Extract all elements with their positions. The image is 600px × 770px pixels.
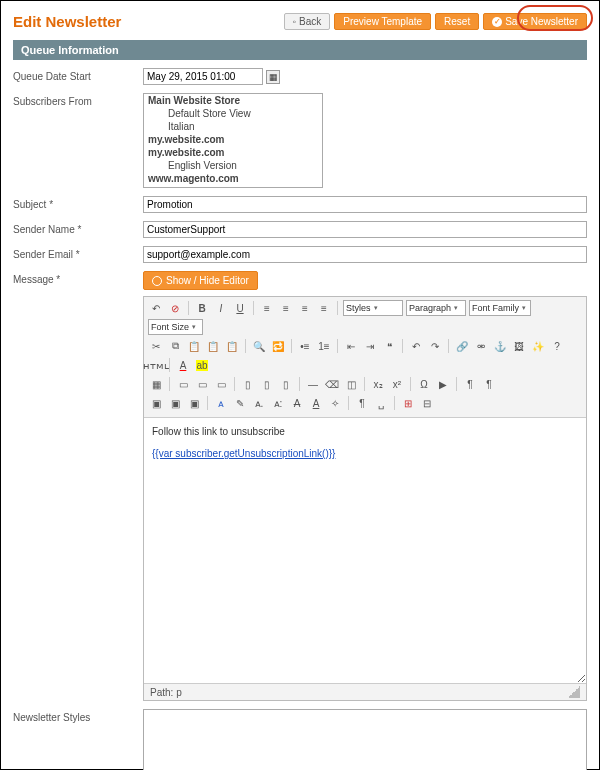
tool-redo-icon[interactable]: ⊘ [167,300,183,316]
store-option[interactable]: www.magento.com [144,172,322,185]
reset-button[interactable]: Reset [435,13,479,30]
save-newsletter-label: Save Newsletter [505,16,578,27]
tool-del-icon[interactable]: A [289,395,305,411]
tool-indent-icon[interactable]: ⇥ [362,338,378,354]
tool-visualaid-icon[interactable]: ◫ [343,376,359,392]
store-option[interactable]: Main Website Store [144,94,322,107]
tool-code-icon[interactable]: ʜᴛᴍʟ [148,357,164,373]
tool-unlink-icon[interactable]: ⚮ [473,338,489,354]
tool-backcolor-icon[interactable]: ab [194,357,210,373]
tool-row-before-icon[interactable]: ▭ [175,376,191,392]
tool-col-after-icon[interactable]: ▯ [259,376,275,392]
fontfamily-select[interactable]: Font Family [469,300,531,316]
tool-sub-icon[interactable]: x₂ [370,376,386,392]
tool-media-icon[interactable]: ▶ [435,376,451,392]
tool-pagebreak-icon[interactable]: ⊟ [419,395,435,411]
tool-acronym-icon[interactable]: ᴀ: [270,395,286,411]
tool-layer3-icon[interactable]: ▣ [186,395,202,411]
tool-forecolor-icon[interactable]: A [175,357,191,373]
page-title: Edit Newsletter [13,13,121,30]
tool-paste-word-icon[interactable]: 📋 [224,338,240,354]
paragraph-select[interactable]: Paragraph [406,300,466,316]
page-root: Edit Newsletter ◦ Back Preview Template … [0,0,600,770]
tool-numbers-icon[interactable]: 1≡ [316,338,332,354]
tool-del-col-icon[interactable]: ▯ [278,376,294,392]
tool-style1-icon[interactable]: ᴀ [213,395,229,411]
show-hide-editor-label: Show / Hide Editor [166,275,249,286]
tool-del-row-icon[interactable]: ▭ [213,376,229,392]
tool-hr-icon[interactable]: — [305,376,321,392]
newsletter-styles-input[interactable] [143,709,587,770]
tool-paste-text-icon[interactable]: 📋 [205,338,221,354]
tool-rtl-icon[interactable]: ¶ [481,376,497,392]
save-newsletter-button[interactable]: ✓ Save Newsletter [483,13,587,30]
styles-select[interactable]: Styles [343,300,403,316]
tool-ltr-icon[interactable]: ¶ [462,376,478,392]
tool-align-justify-icon[interactable]: ≡ [316,300,332,316]
toolbar-buttons: ◦ Back Preview Template Reset ✓ Save New… [284,13,587,30]
store-option[interactable]: my.website.com [144,133,322,146]
tool-visualchars-icon[interactable]: ¶ [354,395,370,411]
calendar-icon[interactable]: ▦ [266,70,280,84]
tool-table-icon[interactable]: ▦ [148,376,164,392]
sender-name-input[interactable] [143,221,587,238]
editor-path-text: Path: p [150,687,182,698]
store-option[interactable]: www.magento.com [144,185,322,188]
store-option[interactable]: Default Store View [144,107,322,120]
editor-unsubscribe-variable[interactable]: {{var subscriber.getUnsubscriptionLink()… [152,448,335,459]
tool-layer1-icon[interactable]: ▣ [148,395,164,411]
tool-nbsp-icon[interactable]: ␣ [373,395,389,411]
tool-bullets-icon[interactable]: •≡ [297,338,313,354]
tool-find-icon[interactable]: 🔍 [251,338,267,354]
tool-replace-icon[interactable]: 🔁 [270,338,286,354]
tool-align-left-icon[interactable]: ≡ [259,300,275,316]
show-hide-editor-button[interactable]: Show / Hide Editor [143,271,258,290]
label-subject: Subject * [13,196,143,210]
store-option[interactable]: English Version [144,159,322,172]
tool-outdent-icon[interactable]: ⇤ [343,338,359,354]
section-queue-info: Queue Information [13,40,587,60]
tool-undo-icon[interactable]: ↶ [148,300,164,316]
store-option[interactable]: my.website.com [144,146,322,159]
tool-undo2-icon[interactable]: ↶ [408,338,424,354]
back-button[interactable]: ◦ Back [284,13,331,30]
tool-abbr-icon[interactable]: ᴀ. [251,395,267,411]
tool-image-icon[interactable]: 🖼 [511,338,527,354]
tool-italic-icon[interactable]: I [213,300,229,316]
tool-copy-icon[interactable]: ⧉ [167,338,183,354]
tool-paste-icon[interactable]: 📋 [186,338,202,354]
tool-col-before-icon[interactable]: ▯ [240,376,256,392]
subscribers-from-select[interactable]: Main Website StoreDefault Store ViewItal… [143,93,323,188]
tool-underline-icon[interactable]: U [232,300,248,316]
tool-align-right-icon[interactable]: ≡ [297,300,313,316]
tool-cite-icon[interactable]: ✎ [232,395,248,411]
back-button-label: Back [299,16,321,27]
tool-blockquote-icon[interactable]: ❝ [381,338,397,354]
tool-cut-icon[interactable]: ✂ [148,338,164,354]
tool-clean-icon[interactable]: ✨ [530,338,546,354]
store-option[interactable]: Italian [144,120,322,133]
sender-email-input[interactable] [143,246,587,263]
preview-template-label: Preview Template [343,16,422,27]
label-queue-date: Queue Date Start [13,68,143,82]
tool-removeformat-icon[interactable]: ⌫ [324,376,340,392]
resize-handle-icon[interactable] [568,686,580,698]
tool-bold-icon[interactable]: B [194,300,210,316]
tool-char-icon[interactable]: Ω [416,376,432,392]
editor-content-area[interactable]: Follow this link to unsubscribe {{var su… [144,418,586,683]
tool-row-after-icon[interactable]: ▭ [194,376,210,392]
subject-input[interactable] [143,196,587,213]
fontsize-select[interactable]: Font Size [148,319,203,335]
tool-ins-icon[interactable]: A [308,395,324,411]
preview-template-button[interactable]: Preview Template [334,13,431,30]
tool-help-icon[interactable]: ? [549,338,565,354]
tool-sup-icon[interactable]: x² [389,376,405,392]
tool-link-icon[interactable]: 🔗 [454,338,470,354]
tool-template-icon[interactable]: ⊞ [400,395,416,411]
tool-redo2-icon[interactable]: ↷ [427,338,443,354]
tool-anchor-icon[interactable]: ⚓ [492,338,508,354]
tool-attribs-icon[interactable]: ✧ [327,395,343,411]
tool-align-center-icon[interactable]: ≡ [278,300,294,316]
queue-date-input[interactable] [143,68,263,85]
tool-layer2-icon[interactable]: ▣ [167,395,183,411]
